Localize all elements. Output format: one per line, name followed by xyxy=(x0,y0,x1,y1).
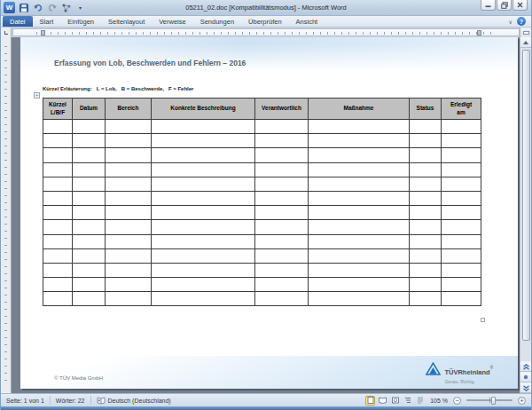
zoom-out-button[interactable]: − xyxy=(453,397,461,405)
table-cell[interactable] xyxy=(73,278,106,292)
save-button[interactable] xyxy=(18,2,29,13)
table-cell[interactable] xyxy=(106,248,152,263)
table-cell[interactable] xyxy=(73,263,106,277)
table-cell[interactable] xyxy=(255,220,309,234)
ruler-toggle-button[interactable] xyxy=(520,28,531,37)
table-cell[interactable] xyxy=(442,263,481,277)
zoom-in-button[interactable]: + xyxy=(518,397,526,405)
customize-quick-access-dropdown[interactable]: ▾ xyxy=(74,2,86,13)
table-cell[interactable] xyxy=(43,206,73,220)
table-cell[interactable] xyxy=(309,292,410,306)
table-cell[interactable] xyxy=(442,292,481,306)
table-cell[interactable] xyxy=(442,248,481,263)
table-cell[interactable] xyxy=(73,234,106,248)
table-cell[interactable] xyxy=(309,148,410,162)
table-cell[interactable] xyxy=(106,177,152,191)
table-cell[interactable] xyxy=(106,292,152,306)
table-cell[interactable] xyxy=(106,220,152,234)
table-cell[interactable] xyxy=(73,206,106,220)
table-cell[interactable] xyxy=(43,162,73,177)
table-cell[interactable] xyxy=(73,162,106,177)
view-fullscreen-reading-button[interactable] xyxy=(378,396,387,406)
table-cell[interactable] xyxy=(410,292,442,306)
previous-page-button[interactable] xyxy=(520,361,531,372)
view-draft-button[interactable] xyxy=(415,396,425,406)
table-cell[interactable] xyxy=(106,206,152,220)
table-cell[interactable] xyxy=(309,220,410,234)
table-cell[interactable] xyxy=(43,220,73,234)
tab-ansicht[interactable]: Ansicht xyxy=(289,16,325,27)
table-cell[interactable] xyxy=(309,134,410,148)
table-cell[interactable] xyxy=(73,220,106,234)
table-cell[interactable] xyxy=(43,278,73,292)
table-cell[interactable] xyxy=(152,120,255,134)
table-cell[interactable] xyxy=(106,162,152,177)
tab-sendungen[interactable]: Sendungen xyxy=(193,16,241,27)
table-cell[interactable] xyxy=(43,234,73,248)
table-cell[interactable] xyxy=(410,120,442,134)
view-outline-button[interactable] xyxy=(403,396,412,406)
table-cell[interactable] xyxy=(152,191,255,205)
table-cell[interactable] xyxy=(152,263,255,277)
table-cell[interactable] xyxy=(309,278,410,292)
table-cell[interactable] xyxy=(106,191,152,205)
table-cell[interactable] xyxy=(106,148,152,162)
undo-button[interactable] xyxy=(32,2,43,13)
table-cell[interactable] xyxy=(309,248,410,263)
table-cell[interactable] xyxy=(410,148,442,162)
table-cell[interactable] xyxy=(255,278,309,292)
table-cell[interactable] xyxy=(442,162,481,177)
table-cell[interactable] xyxy=(255,292,309,306)
table-cell[interactable] xyxy=(442,278,481,292)
zoom-slider[interactable] xyxy=(466,399,512,401)
table-cell[interactable] xyxy=(255,120,309,134)
table-resize-handle[interactable] xyxy=(481,318,485,322)
table-cell[interactable] xyxy=(73,148,106,162)
restore-button[interactable] xyxy=(497,0,512,11)
vertical-scrollbar[interactable] xyxy=(520,37,531,393)
table-cell[interactable] xyxy=(152,134,255,148)
table-cell[interactable] xyxy=(410,234,442,248)
table-cell[interactable] xyxy=(43,292,73,306)
table-cell[interactable] xyxy=(255,234,309,248)
table-cell[interactable] xyxy=(410,191,442,205)
custom-tool-button[interactable] xyxy=(60,2,72,13)
table-cell[interactable] xyxy=(43,120,73,134)
help-button[interactable]: ? xyxy=(517,17,526,26)
table-cell[interactable] xyxy=(410,162,442,177)
table-cell[interactable] xyxy=(410,206,442,220)
table-cell[interactable] xyxy=(73,191,106,205)
table-cell[interactable] xyxy=(106,134,152,148)
tab-seitenlayout[interactable]: Seitenlayout xyxy=(101,16,152,27)
view-web-layout-button[interactable] xyxy=(390,396,400,406)
table-cell[interactable] xyxy=(442,177,481,191)
table-cell[interactable] xyxy=(106,234,152,248)
table-cell[interactable] xyxy=(73,177,106,191)
table-cell[interactable] xyxy=(410,248,442,263)
table-cell[interactable] xyxy=(309,234,410,248)
page-count-indicator[interactable]: Seite: 1 von 1 xyxy=(1,394,50,406)
table-cell[interactable] xyxy=(255,206,309,220)
table-cell[interactable] xyxy=(255,248,309,263)
table-cell[interactable] xyxy=(255,263,309,277)
next-page-button[interactable] xyxy=(520,382,531,393)
table-cell[interactable] xyxy=(43,148,73,162)
table-cell[interactable] xyxy=(43,177,73,191)
table-cell[interactable] xyxy=(152,234,255,248)
word-logo-icon[interactable]: W xyxy=(4,2,15,13)
tab-überprüfen[interactable]: Überprüfen xyxy=(241,16,289,27)
table-cell[interactable] xyxy=(43,248,73,263)
table-cell[interactable] xyxy=(106,278,152,292)
table-cell[interactable] xyxy=(442,234,481,248)
table-cell[interactable] xyxy=(43,263,73,277)
table-cell[interactable] xyxy=(410,177,442,191)
table-cell[interactable] xyxy=(442,220,481,234)
table-cell[interactable] xyxy=(255,162,309,177)
table-cell[interactable] xyxy=(43,191,73,205)
scroll-up-button[interactable] xyxy=(520,37,531,48)
table-cell[interactable] xyxy=(309,191,410,205)
table-cell[interactable] xyxy=(152,278,255,292)
table-cell[interactable] xyxy=(73,292,106,306)
table-cell[interactable] xyxy=(73,120,106,134)
table-cell[interactable] xyxy=(255,134,309,148)
